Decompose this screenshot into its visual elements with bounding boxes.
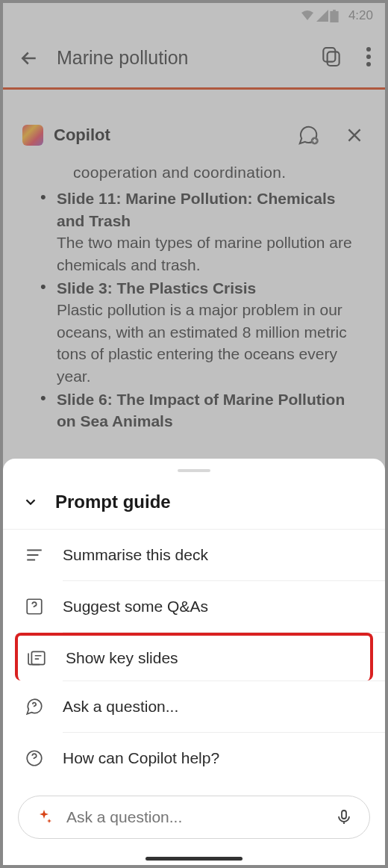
slide-summary-item: Slide 6: The Impact of Marine Pollution … <box>34 388 354 433</box>
sheet-drag-handle[interactable] <box>178 469 210 472</box>
copilot-title: Copilot <box>54 125 287 145</box>
status-time: 4:20 <box>348 8 373 23</box>
summarise-icon <box>24 545 45 565</box>
prompt-guide-menu: Summarise this deck Suggest some Q&As Sh… <box>3 529 385 784</box>
prompt-guide-title: Prompt guide <box>55 492 171 512</box>
prompt-guide-header[interactable]: Prompt guide <box>3 486 385 529</box>
svg-rect-1 <box>333 10 336 11</box>
copilot-header-icon[interactable] <box>319 45 343 72</box>
svg-rect-9 <box>31 651 44 664</box>
menu-item-key-slides[interactable]: Show key slides <box>15 633 373 681</box>
copilot-logo-icon <box>22 125 43 146</box>
copilot-response: cooperation and coordination. Slide 11: … <box>3 161 385 449</box>
menu-label: Show key slides <box>66 649 178 667</box>
slide-summary-item: Slide 3: The Plastics Crisis Plastic pol… <box>34 277 354 387</box>
question-input-container[interactable] <box>18 796 370 839</box>
menu-item-ask-question[interactable]: Ask a question... <box>3 681 385 732</box>
menu-item-summarise[interactable]: Summarise this deck <box>3 530 385 580</box>
help-icon <box>24 748 45 769</box>
new-chat-icon[interactable] <box>297 124 319 146</box>
svg-point-4 <box>366 47 371 52</box>
microphone-icon[interactable] <box>335 808 353 826</box>
chevron-down-icon <box>22 494 39 510</box>
svg-rect-2 <box>323 48 335 62</box>
back-button[interactable] <box>16 46 42 71</box>
slides-icon <box>27 648 48 669</box>
slide-summary-item: Slide 11: Marine Pollution: Chemicals an… <box>34 187 354 276</box>
svg-rect-0 <box>330 10 338 22</box>
signal-icon <box>316 10 328 22</box>
battery-icon <box>330 10 339 22</box>
chat-question-icon <box>24 696 45 717</box>
menu-label: Suggest some Q&As <box>63 598 208 616</box>
menu-item-copilot-help[interactable]: How can Copilot help? <box>3 733 385 784</box>
slide-description: Plastic pollution is a major problem in … <box>57 299 354 387</box>
status-bar: 4:20 <box>3 3 385 28</box>
response-partial-line: cooperation and coordination. <box>34 161 354 183</box>
menu-label: Summarise this deck <box>63 546 208 564</box>
more-menu-icon[interactable] <box>366 46 372 71</box>
question-input[interactable] <box>66 808 322 826</box>
svg-rect-3 <box>328 52 340 66</box>
slide-title: Slide 3: The Plastics Crisis <box>57 277 354 299</box>
slide-description: The two main types of marine pollution a… <box>57 232 354 276</box>
sparkle-icon <box>35 808 53 826</box>
wifi-icon <box>300 10 315 22</box>
menu-label: How can Copilot help? <box>63 749 219 767</box>
home-indicator[interactable] <box>146 857 242 861</box>
svg-point-6 <box>366 62 371 66</box>
question-card-icon <box>24 596 45 617</box>
prompt-guide-sheet: Prompt guide Summarise this deck Suggest… <box>3 459 385 865</box>
close-icon[interactable] <box>343 124 366 146</box>
svg-point-5 <box>366 55 371 59</box>
menu-item-suggest-qa[interactable]: Suggest some Q&As <box>3 581 385 632</box>
app-header: Marine pollution <box>3 28 385 90</box>
svg-rect-11 <box>342 810 346 819</box>
slide-title: Slide 11: Marine Pollution: Chemicals an… <box>57 187 354 232</box>
copilot-panel-header: Copilot <box>3 109 385 161</box>
slide-title: Slide 6: The Impact of Marine Pollution … <box>57 388 354 433</box>
document-title: Marine pollution <box>57 47 304 69</box>
menu-label: Ask a question... <box>63 698 178 716</box>
